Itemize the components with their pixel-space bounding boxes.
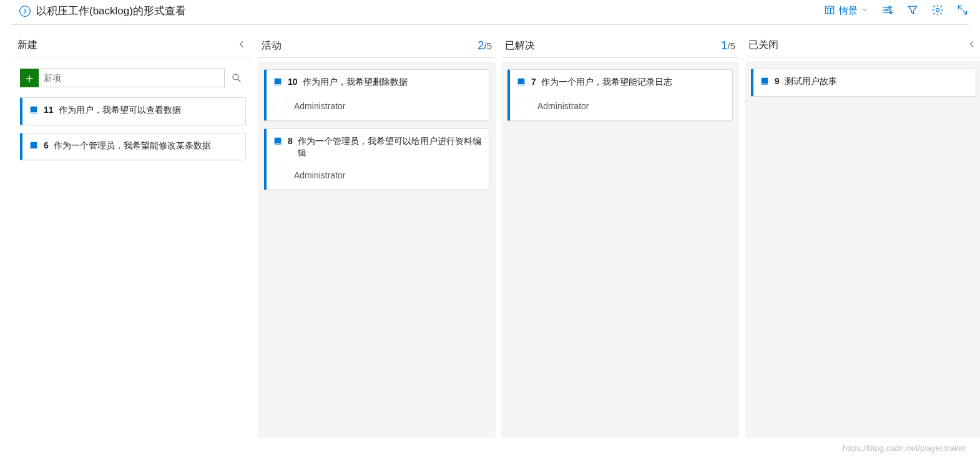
search-button[interactable] [227,69,246,87]
wip-count: 1/5 [721,39,735,52]
work-item-card[interactable]: 10 作为用户，我希望删除数据 Administrator [264,69,489,121]
watermark-text: https://blog.csdn.net/playermaker [843,443,966,453]
work-item-title: 作为一个用户，我希望能记录日志 [541,76,725,89]
new-item-input[interactable] [39,69,225,87]
assignee-name: Administrator [294,170,345,180]
work-item-card[interactable]: 11 作为用户，我希望可以查看数据 [20,97,246,125]
column-separator [15,57,251,57]
scenario-label: 情景 [839,5,858,17]
user-story-icon [760,76,770,90]
column-title: 活动 [262,39,282,52]
work-item-card[interactable]: 6 作为一个管理员，我希望能修改某条数据 [20,133,246,161]
assignee-row[interactable]: Administrator [273,98,481,114]
wip-limit: /5 [484,41,492,51]
view-options-button[interactable] [881,4,894,18]
work-item-id: 10 [288,76,298,89]
view-as-backlog-link[interactable]: 以积压工作(backlog)的形式查看 [19,4,186,18]
column-active: 活动 2/5 10 作为用户，我希望删除数据 Administrator [255,39,498,438]
column-title: 新建 [17,39,37,52]
kanban-board: 新建 ＋ 11 作为用户，我希望可以查看数据 [0,39,980,438]
work-item-id: 9 [775,75,780,88]
column-body-new: ＋ 11 作为用户，我希望可以查看数据 6 作为一个管理员，我希望能修改某条数据 [14,61,252,438]
view-title: 以积压工作(backlog)的形式查看 [36,4,186,18]
gear-icon [931,4,944,18]
expand-icon [956,4,969,18]
collapse-column-button[interactable] [235,39,248,52]
add-item-button[interactable]: ＋ [20,69,39,87]
collapse-column-button[interactable] [965,39,979,52]
avatar-icon [516,98,532,114]
column-separator [746,57,980,57]
column-body-active: 10 作为用户，我希望删除数据 Administrator 8 作为一个管理员，… [258,62,496,438]
filter-button[interactable] [906,4,919,18]
wip-count: 2/5 [478,39,492,52]
scenario-dropdown[interactable]: 情景 [824,4,869,17]
work-item-id: 6 [44,140,49,152]
column-separator [259,57,494,58]
work-item-id: 7 [531,76,536,89]
search-icon [231,72,242,84]
column-title: 已解决 [505,39,535,52]
work-item-title: 作为用户，我希望删除数据 [303,76,481,89]
wip-current: 2 [478,39,484,52]
filter-icon [906,4,919,18]
column-closed: 已关闭 9 测试用户故事 [742,39,980,438]
chevron-left-icon [237,40,246,49]
user-story-icon [29,140,39,154]
column-body-closed: 9 测试用户故事 [745,61,980,438]
column-new: 新建 ＋ 11 作为用户，我希望可以查看数据 [11,39,255,438]
settings-button[interactable] [931,4,944,18]
header-divider [11,24,969,25]
work-item-title: 作为用户，我希望可以查看数据 [59,104,238,117]
fullscreen-button[interactable] [956,4,969,18]
user-story-icon [29,105,39,118]
wip-current: 1 [721,39,728,52]
column-title: 已关闭 [748,39,778,52]
column-header-closed: 已关闭 [742,39,980,57]
column-header-resolved: 已解决 1/5 [499,39,742,57]
column-body-resolved: 7 作为一个用户，我希望能记录日志 Administrator [501,62,739,438]
work-item-title: 作为一个管理员，我希望可以给用户进行资料编辑 [298,135,481,160]
chevron-down-icon [861,6,869,16]
sliders-icon [881,4,894,18]
work-item-id: 8 [288,135,293,148]
work-item-title: 作为一个管理员，我希望能修改某条数据 [54,140,238,152]
assignee-row[interactable]: Administrator [273,167,481,183]
column-resolved: 已解决 1/5 7 作为一个用户，我希望能记录日志 Administrator [498,39,742,438]
column-header-active: 活动 2/5 [255,39,498,57]
work-item-card[interactable]: 9 测试用户故事 [751,69,976,97]
assignee-name: Administrator [537,101,589,111]
work-item-title: 测试用户故事 [785,75,968,88]
command-bar: 以积压工作(backlog)的形式查看 情景 [0,0,980,24]
chevron-left-icon [968,40,976,49]
work-item-card[interactable]: 8 作为一个管理员，我希望可以给用户进行资料编辑 Administrator [264,128,489,190]
user-story-icon [516,77,526,90]
board-icon [824,4,835,17]
user-story-icon [273,136,283,150]
assignee-name: Administrator [294,101,345,111]
wip-limit: /5 [727,41,735,51]
command-bar-actions: 情景 [824,4,969,18]
arrow-right-circle-icon [19,5,31,17]
column-header-new: 新建 [11,39,255,57]
avatar-icon [273,98,289,114]
user-story-icon [273,77,283,90]
work-item-id: 11 [44,104,54,117]
work-item-card[interactable]: 7 作为一个用户，我希望能记录日志 Administrator [507,69,733,121]
avatar-icon [273,167,289,183]
new-item-row: ＋ [20,69,246,87]
column-separator [502,57,738,58]
assignee-row[interactable]: Administrator [516,98,725,114]
